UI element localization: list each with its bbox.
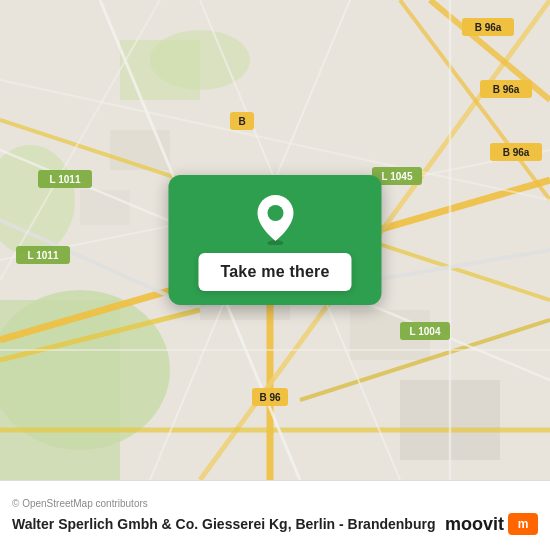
svg-text:B 96a: B 96a xyxy=(493,84,520,95)
svg-text:m: m xyxy=(518,517,529,531)
svg-text:B 96a: B 96a xyxy=(475,22,502,33)
bottom-info-bar: © OpenStreetMap contributors Walter Sper… xyxy=(0,480,550,550)
green-popup-card: Take me there xyxy=(168,175,381,305)
location-row: Walter Sperlich Gmbh & Co. Giesserei Kg,… xyxy=(12,513,538,535)
svg-text:L 1004: L 1004 xyxy=(410,326,441,337)
moovit-brand-icon: m xyxy=(508,513,538,535)
svg-rect-2 xyxy=(0,300,120,480)
svg-text:B 96: B 96 xyxy=(259,392,281,403)
take-me-there-button[interactable]: Take me there xyxy=(198,253,351,291)
svg-text:B 96a: B 96a xyxy=(503,147,530,158)
map-view: B 96a B 96a B 96a L 1011 L 1011 L 1045 L… xyxy=(0,0,550,480)
svg-point-55 xyxy=(267,205,283,221)
location-name: Walter Sperlich Gmbh & Co. Giesserei Kg,… xyxy=(12,516,435,532)
svg-text:L 1045: L 1045 xyxy=(382,171,413,182)
moovit-brand-text: moovit xyxy=(445,514,504,535)
svg-text:B: B xyxy=(238,116,245,127)
svg-text:L 1011: L 1011 xyxy=(50,174,81,185)
location-card: Take me there xyxy=(168,175,381,305)
map-pin-icon xyxy=(253,193,297,245)
moovit-logo: moovit m xyxy=(445,513,538,535)
copyright-text: © OpenStreetMap contributors xyxy=(12,498,538,509)
svg-text:L 1011: L 1011 xyxy=(28,250,59,261)
svg-point-5 xyxy=(150,30,250,90)
